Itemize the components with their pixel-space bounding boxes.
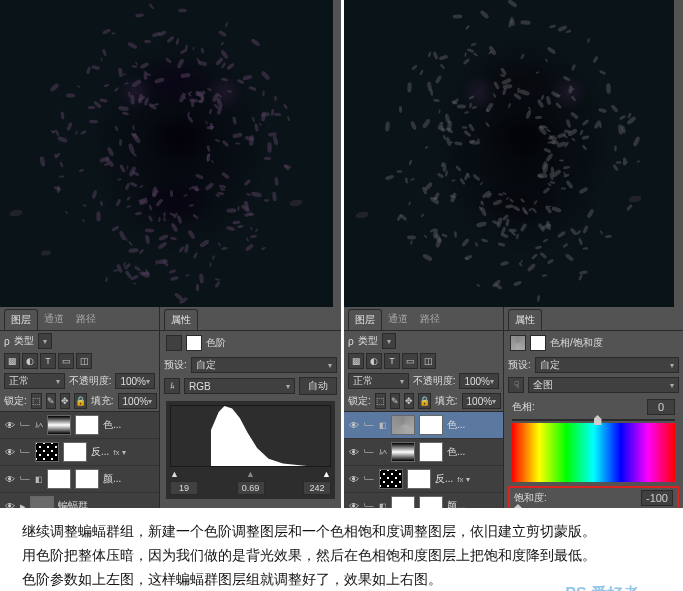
clip-marker: ﹂ [20, 418, 31, 433]
fill-field[interactable]: 100% [118, 393, 158, 409]
layer-row[interactable]: 👁﹂ﾑﾍ色... [344, 439, 503, 466]
lock-trans-icon-r[interactable]: ⬚ [375, 393, 386, 409]
visibility-eye-icon[interactable]: 👁 [348, 446, 360, 458]
blend-mode-dropdown-r[interactable]: 正常 [348, 373, 409, 389]
layer-fx-badge[interactable]: fx ▾ [113, 448, 125, 457]
lock-all-icon[interactable]: 🔒 [74, 393, 87, 409]
tab-properties[interactable]: 属性 [164, 309, 198, 330]
filter-shape-icon[interactable]: ▭ [58, 353, 74, 369]
layer-thumb [47, 415, 71, 435]
visibility-eye-icon[interactable]: 👁 [4, 419, 16, 431]
preview-image-left [0, 0, 333, 307]
filter-type-icon[interactable]: T [40, 353, 56, 369]
layer-row[interactable]: 👁﹂反...fx ▾ [344, 466, 503, 493]
layer-thumb [391, 415, 415, 435]
mask-thumb-icon-r [530, 335, 546, 351]
layers-panel: 图层 通道 路径 ρ 类型 ▩ ◐ T ▭ ◫ 正常 [0, 307, 160, 541]
visibility-eye-icon[interactable]: 👁 [348, 473, 360, 485]
lock-pixels-icon[interactable]: ✎ [46, 393, 56, 409]
layer-mask-thumb [419, 442, 443, 462]
filter-pixel-icon-r[interactable]: ▩ [348, 353, 364, 369]
layer-thumb [47, 469, 71, 489]
handle-shadow-icon[interactable]: ▲ [170, 469, 179, 479]
filter-pills: ▩ ◐ T ▭ ◫ [0, 351, 159, 371]
blend-mode-dropdown[interactable]: 正常 [4, 373, 65, 389]
range-dropdown[interactable]: 全图 [528, 377, 679, 393]
properties-panel-levels: 属性 色阶 预设: 自定 ﾑ RGB 自动 [160, 307, 341, 541]
filter-type-icon-r[interactable]: T [384, 353, 400, 369]
mask-thumb-icon [186, 335, 202, 351]
layers-list[interactable]: 👁﹂ﾑﾍ色...👁﹂反...fx ▾👁﹂◧颜...👁▸蝙蝠群 [0, 411, 159, 521]
sat-input[interactable]: -100 [641, 490, 673, 506]
layer-mask-thumb [63, 442, 87, 462]
caption-line-2: 用色阶把整体压暗，因为我们做的是背光效果，然后在色相饱和度图层上把饱和度降到最低… [22, 544, 661, 568]
lock-pos-icon-r[interactable]: ✥ [404, 393, 414, 409]
opacity-field-r[interactable]: 100% [459, 373, 499, 389]
layer-row[interactable]: 👁﹂◧色... [344, 412, 503, 439]
levels-histogram[interactable]: ▲ ▲ ▲ 19 0.69 242 [166, 401, 335, 499]
adjust-glyph-icon: ◧ [35, 475, 43, 484]
layer-row[interactable]: 👁﹂ﾑﾍ色... [0, 412, 159, 439]
preset-label-r: 预设: [508, 358, 531, 372]
layer-name: 色... [447, 445, 465, 459]
tab-layers-r[interactable]: 图层 [348, 309, 382, 330]
handle-mid-icon[interactable]: ▲ [246, 469, 255, 479]
opacity-label: 不透明度: [69, 374, 112, 388]
filter-kind-dropdown[interactable] [38, 333, 52, 349]
visibility-eye-icon[interactable]: 👁 [4, 473, 16, 485]
visibility-eye-icon[interactable]: 👁 [4, 446, 16, 458]
filter-pixel-icon[interactable]: ▩ [4, 353, 20, 369]
auto-button[interactable]: 自动 [299, 377, 337, 395]
visibility-eye-icon[interactable]: 👁 [348, 419, 360, 431]
preset-dropdown[interactable]: 自定 [191, 357, 337, 373]
tab-paths-r[interactable]: 路径 [414, 309, 446, 330]
clip-marker: ﹂ [364, 418, 375, 433]
hue-label: 色相: [512, 400, 535, 414]
preset-dropdown-hsl[interactable]: 自定 [535, 357, 679, 373]
layer-mask-thumb [419, 415, 443, 435]
filter-smart-icon[interactable]: ◫ [76, 353, 92, 369]
opacity-label-r: 不透明度: [413, 374, 456, 388]
layer-mask-thumb [75, 469, 99, 489]
filter-adjust-icon-r[interactable]: ◐ [366, 353, 382, 369]
high-input[interactable]: 242 [303, 481, 331, 495]
channel-dropdown[interactable]: RGB [184, 378, 295, 394]
layer-mask-thumb [407, 469, 431, 489]
filter-kind-dropdown-r[interactable] [382, 333, 396, 349]
tab-layers[interactable]: 图层 [4, 309, 38, 330]
layer-thumb [379, 469, 403, 489]
layer-fx-badge[interactable]: fx ▾ [457, 475, 469, 484]
tab-channels[interactable]: 通道 [38, 309, 70, 330]
handle-high-icon[interactable]: ▲ [322, 469, 331, 479]
scrub-icon[interactable]: ☟ [508, 377, 524, 393]
fill-field-r[interactable]: 100% [462, 393, 502, 409]
fill-label-r: 填充: [435, 394, 458, 408]
layer-row[interactable]: 👁﹂反...fx ▾ [0, 439, 159, 466]
opacity-field[interactable]: 100% [115, 373, 155, 389]
tab-channels-r[interactable]: 通道 [382, 309, 414, 330]
preview-image-right [344, 0, 674, 307]
lock-all-icon-r[interactable]: 🔒 [418, 393, 431, 409]
levels-title: 色阶 [206, 336, 226, 350]
adjust-glyph-icon: ﾑﾍ [379, 448, 387, 457]
layer-thumb [35, 442, 59, 462]
lock-trans-icon[interactable]: ⬚ [31, 393, 42, 409]
hue-input[interactable]: 0 [647, 399, 675, 415]
filter-adjust-icon[interactable]: ◐ [22, 353, 38, 369]
filter-shape-icon-r[interactable]: ▭ [402, 353, 418, 369]
layer-row[interactable]: 👁﹂◧颜... [0, 466, 159, 493]
lock-pos-icon[interactable]: ✥ [60, 393, 70, 409]
tab-properties-r[interactable]: 属性 [508, 309, 542, 330]
kind-label: ρ [4, 336, 10, 347]
fill-label: 填充: [91, 394, 114, 408]
hue-slider[interactable] [512, 419, 675, 421]
sample-icon[interactable]: ﾑ [164, 378, 180, 394]
lock-pixels-icon-r[interactable]: ✎ [390, 393, 400, 409]
mid-input[interactable]: 0.69 [237, 481, 265, 495]
filter-smart-icon-r[interactable]: ◫ [420, 353, 436, 369]
kind-text-r: 类型 [358, 334, 378, 348]
layer-name: 反... [91, 445, 109, 459]
shadow-input[interactable]: 19 [170, 481, 198, 495]
tab-paths[interactable]: 路径 [70, 309, 102, 330]
caption-line-1: 继续调整蝙蝠群组，新建一个色阶调整图层和一个色相饱和度调整图层，依旧建立剪切蒙版… [22, 520, 661, 544]
